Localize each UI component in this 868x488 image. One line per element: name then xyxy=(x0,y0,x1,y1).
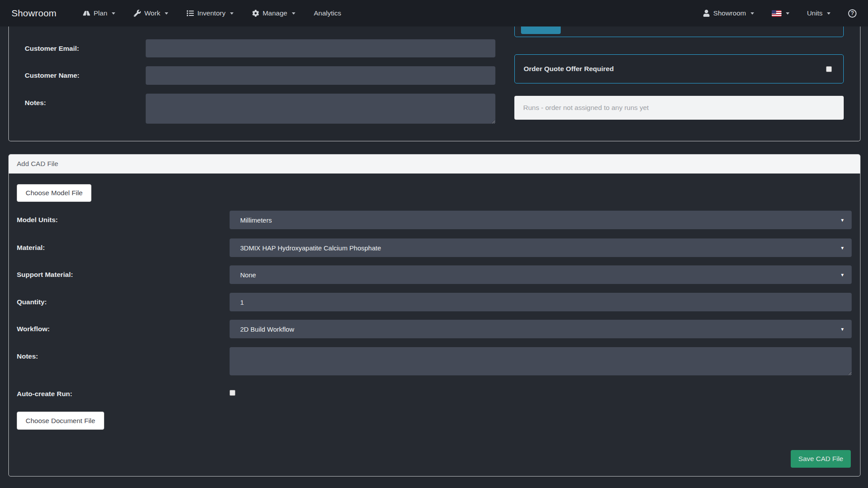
add-cad-file-body: Choose Model File Model Units: Millimete… xyxy=(9,174,860,477)
runs-status-text: Runs - order not assigned to any runs ye… xyxy=(523,104,649,112)
chevron-down-icon xyxy=(292,12,295,15)
workflow-select[interactable]: 2D Build Workflow ▼ xyxy=(230,320,852,338)
chevron-down-icon xyxy=(827,12,830,15)
select-caret-icon: ▼ xyxy=(840,246,845,250)
support-material-label: Support Material: xyxy=(17,265,73,284)
menu-label-manage: Manage xyxy=(263,9,287,17)
model-units-label: Model Units: xyxy=(17,211,58,229)
menu-label-work: Work xyxy=(144,9,160,17)
menu-item-analytics[interactable]: Analytics xyxy=(314,9,341,17)
order-notes-label: Notes: xyxy=(25,94,46,112)
add-cad-file-header: Add CAD File xyxy=(9,155,860,174)
brand-title[interactable]: Showroom xyxy=(11,8,57,19)
menu-item-inventory[interactable]: Inventory xyxy=(187,9,234,17)
choose-document-file-button[interactable]: Choose Document File xyxy=(17,412,104,430)
wrench-icon xyxy=(134,10,141,17)
units-menu[interactable]: Units xyxy=(807,9,830,17)
menu-item-plan[interactable]: Plan xyxy=(83,9,115,17)
user-icon xyxy=(703,10,710,17)
material-value: 3DMIX HAP Hydroxyapatite Calcium Phospha… xyxy=(240,244,381,252)
customer-email-field[interactable] xyxy=(146,39,495,57)
workflow-label: Workflow: xyxy=(17,320,50,338)
us-flag-icon xyxy=(772,10,781,17)
menu-item-manage[interactable]: Manage xyxy=(252,9,295,17)
select-caret-icon: ▼ xyxy=(840,327,845,332)
order-notes-field[interactable] xyxy=(146,94,495,124)
chevron-down-icon xyxy=(751,12,754,15)
chevron-down-icon xyxy=(112,12,115,15)
main-menu: Plan Work Inventory Manage Analytics xyxy=(83,9,341,17)
language-menu[interactable] xyxy=(772,10,789,17)
menu-label-inventory: Inventory xyxy=(197,9,226,17)
cad-notes-label: Notes: xyxy=(17,347,38,366)
choose-model-file-button[interactable]: Choose Model File xyxy=(17,184,91,202)
user-menu[interactable]: Showroom xyxy=(703,9,754,17)
chevron-down-icon xyxy=(230,12,234,15)
support-material-value: None xyxy=(240,271,256,279)
workflow-value: 2D Build Workflow xyxy=(240,325,294,333)
quote-offer-required-checkbox[interactable] xyxy=(826,66,832,72)
customer-name-label: Customer Name: xyxy=(25,66,79,84)
menu-label-analytics: Analytics xyxy=(314,9,341,17)
order-details-panel: Customer Email: Customer Name: Notes: Or… xyxy=(8,26,860,141)
menu-item-work[interactable]: Work xyxy=(134,9,168,17)
chevron-down-icon xyxy=(165,12,168,15)
add-cad-file-title: Add CAD File xyxy=(17,160,58,168)
model-units-select[interactable]: Millimeters ▼ xyxy=(230,211,852,229)
customer-email-label: Customer Email: xyxy=(25,39,79,57)
model-units-value: Millimeters xyxy=(240,216,272,224)
save-cad-file-button[interactable]: Save CAD File xyxy=(791,450,851,468)
list-icon xyxy=(187,10,194,17)
road-icon xyxy=(83,10,90,17)
user-menu-label: Showroom xyxy=(713,9,746,17)
autocreate-run-checkbox[interactable] xyxy=(230,390,235,396)
quote-offer-required-label: Order Quote Offer Required xyxy=(524,65,614,73)
gear-icon xyxy=(252,10,259,17)
units-menu-label: Units xyxy=(807,9,823,17)
quantity-field[interactable] xyxy=(230,293,852,311)
material-select[interactable]: 3DMIX HAP Hydroxyapatite Calcium Phospha… xyxy=(230,238,852,257)
quote-offer-required-box: Order Quote Offer Required xyxy=(514,54,844,83)
autocreate-run-label: Auto-create Run: xyxy=(17,390,72,398)
select-caret-icon: ▼ xyxy=(840,218,845,223)
material-label: Material: xyxy=(17,238,45,257)
customer-name-field[interactable] xyxy=(146,66,495,85)
navbar-right-group: Showroom Units ? xyxy=(703,9,857,18)
menu-label-plan: Plan xyxy=(94,9,107,17)
help-icon[interactable]: ? xyxy=(848,9,857,18)
add-cad-file-panel: Add CAD File Choose Model File Model Uni… xyxy=(8,154,860,477)
quantity-label: Quantity: xyxy=(17,293,47,311)
chevron-down-icon xyxy=(786,12,789,15)
cad-notes-field[interactable] xyxy=(230,347,852,375)
top-navbar: Showroom Plan Work Inventory xyxy=(0,0,868,26)
support-material-select[interactable]: None ▼ xyxy=(230,265,852,284)
runs-status-box: Runs - order not assigned to any runs ye… xyxy=(514,96,844,120)
select-caret-icon: ▼ xyxy=(840,272,845,277)
